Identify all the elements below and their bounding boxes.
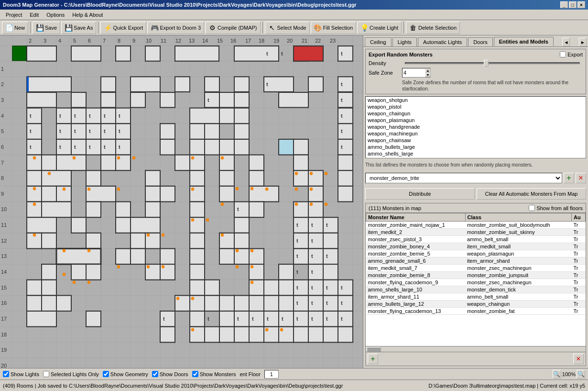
- save-as-button[interactable]: 💾 Save As: [61, 22, 96, 34]
- menu-edit[interactable]: Edit: [26, 11, 43, 19]
- zoom-out-button[interactable]: 🔍: [553, 370, 561, 379]
- table-row[interactable]: ammo_shells_large_10 monster_demon_tick …: [366, 286, 586, 293]
- monsters-table-wrapper[interactable]: Monster Name Class Au monster_zombie_mai…: [366, 213, 586, 346]
- fill-selection-button[interactable]: 🎨 Fill Selection: [311, 22, 356, 34]
- select-mode-button[interactable]: ↖ Select Mode: [265, 22, 310, 34]
- table-row[interactable]: monster_flying_cacodemon_9 monster_zsec_…: [366, 279, 586, 286]
- col-class[interactable]: Class: [465, 213, 571, 222]
- select-mode-icon: ↖: [268, 24, 276, 32]
- table-row[interactable]: monster_zombie_maint_nojaw_1 monster_zom…: [366, 222, 586, 229]
- new-button[interactable]: 📄 New: [2, 22, 28, 34]
- maximize-button[interactable]: □: [569, 1, 577, 8]
- floor-input[interactable]: [264, 370, 279, 379]
- table-row[interactable]: monster_zombie_bernie_5 weapon_plasmagun…: [366, 250, 586, 257]
- export-doom-button[interactable]: 🎮 Export to Doom 3: [147, 22, 204, 34]
- table-row[interactable]: item_armor_shard_11 ammo_belt_small Tr: [366, 293, 586, 301]
- table-row[interactable]: ammo_bullets_large_12 weapon_chaingun Tr: [366, 301, 586, 308]
- list-item[interactable]: weapon_shotgun: [366, 97, 586, 103]
- map-area[interactable]: 23 45 67 89 1011 1213 1415 1617 1819 202…: [0, 35, 363, 368]
- close-button[interactable]: ×: [577, 1, 585, 8]
- add-monster-to-map-button[interactable]: +: [368, 354, 378, 364]
- list-item[interactable]: weapon_machinegun: [366, 130, 586, 137]
- svg-text:t: t: [59, 112, 61, 118]
- tab-ceiling[interactable]: Ceiling: [365, 37, 392, 46]
- export-checkbox-input[interactable]: [560, 51, 566, 57]
- tab-automatic-lights[interactable]: Automatic Lights: [418, 37, 467, 46]
- col-monster-name[interactable]: Monster Name: [366, 213, 466, 222]
- list-item[interactable]: ammo_shells_large: [366, 150, 586, 157]
- svg-text:10: 10: [146, 37, 152, 43]
- remove-monster-from-map-button[interactable]: ×: [573, 354, 584, 364]
- list-item[interactable]: weapon_handgrenade: [366, 123, 586, 130]
- svg-text:t: t: [341, 112, 343, 118]
- delete-selection-button[interactable]: 🗑 Delete Selection: [406, 22, 460, 34]
- tab-lights[interactable]: Lights: [392, 37, 417, 46]
- spinbox-down[interactable]: ▼: [425, 73, 431, 77]
- clear-all-button[interactable]: Clear All Automatic Monsters From Map: [477, 188, 586, 200]
- svg-rect-121: [101, 92, 116, 108]
- list-item[interactable]: ammo_bullets_large: [366, 144, 586, 150]
- svg-text:t: t: [296, 269, 298, 275]
- show-doors-checkbox[interactable]: [152, 371, 158, 377]
- table-row[interactable]: monster_flying_cacodemon_13 monster_zomb…: [366, 308, 586, 315]
- safe-zone-input[interactable]: [403, 70, 425, 76]
- title-bar-controls[interactable]: _ □ ×: [560, 1, 585, 8]
- svg-text:t: t: [311, 316, 313, 322]
- tab-entities-models[interactable]: Entities and Models: [494, 37, 554, 46]
- scroll-thumb[interactable]: [367, 347, 381, 352]
- distribute-button[interactable]: Distribute: [365, 188, 475, 200]
- show-all-floors-checkbox[interactable]: [529, 205, 535, 211]
- monster-dropdown[interactable]: monster_demon_trite monster_zombie_maint…: [365, 173, 562, 183]
- save-button[interactable]: 💾 Save: [33, 22, 60, 34]
- spinbox-up[interactable]: ▲: [425, 68, 431, 73]
- menu-project[interactable]: Project: [2, 11, 26, 19]
- list-item[interactable]: weapon_chaingun: [366, 110, 586, 117]
- export-checkbox[interactable]: Export: [560, 51, 583, 57]
- show-monsters-checkbox[interactable]: [192, 371, 198, 377]
- show-monsters-label[interactable]: Show Monsters: [192, 371, 236, 377]
- svg-rect-168: [175, 155, 190, 171]
- quick-export-button[interactable]: ⚡ Quick Export: [100, 22, 146, 34]
- table-row[interactable]: monster_zombie_boney_4 item_medkit_small…: [366, 243, 586, 250]
- selected-lights-only-checkbox[interactable]: [43, 371, 49, 377]
- table-row[interactable]: item_medkit_small_7 monster_zsec_machine…: [366, 265, 586, 272]
- density-slider-track[interactable]: [405, 62, 580, 64]
- minimize-button[interactable]: _: [560, 1, 568, 8]
- remove-monster-button[interactable]: ×: [576, 173, 586, 183]
- svg-text:3: 3: [44, 37, 46, 43]
- selected-lights-only-label[interactable]: Selected Lights Only: [43, 371, 99, 377]
- show-all-floors-label[interactable]: Show from all floors: [529, 205, 583, 211]
- add-monster-button[interactable]: +: [564, 173, 574, 183]
- weapons-list[interactable]: weapon_shotgun weapon_pistol weapon_chai…: [365, 96, 586, 158]
- list-item[interactable]: weapon_chainsaw: [366, 137, 586, 144]
- svg-rect-132: [86, 108, 101, 124]
- tab-nav-left[interactable]: ◄: [562, 38, 570, 46]
- compile-button[interactable]: ⚙ Compile (DMAP): [205, 22, 261, 34]
- zoom-in-button[interactable]: 🔍: [577, 370, 585, 379]
- density-slider-thumb[interactable]: [484, 60, 489, 67]
- safe-zone-spinbox[interactable]: ▲ ▼: [402, 68, 431, 78]
- map-canvas[interactable]: 23 45 67 89 1011 1213 1415 1617 1819 202…: [0, 35, 363, 368]
- table-row[interactable]: monster_zombie_bernie_8 monster_zombie_j…: [366, 272, 586, 279]
- list-item[interactable]: weapon_pistol: [366, 103, 586, 110]
- show-lights-label[interactable]: Show Lights: [3, 371, 39, 377]
- table-hscroll[interactable]: [366, 346, 586, 352]
- list-item[interactable]: weapon_plasmagun: [366, 117, 586, 123]
- menu-options[interactable]: Options: [43, 11, 68, 19]
- table-row[interactable]: item_medkit_2 monster_zombie_suit_skinny…: [366, 229, 586, 236]
- spinbox-buttons[interactable]: ▲ ▼: [425, 68, 431, 77]
- show-doors-text: Show Doors: [160, 371, 188, 377]
- show-geometry-checkbox[interactable]: [103, 371, 109, 377]
- show-lights-checkbox[interactable]: [3, 371, 9, 377]
- list-item[interactable]: ammo_clip_large: [366, 157, 586, 158]
- menu-help[interactable]: Help & About: [68, 11, 107, 19]
- svg-text:t: t: [311, 284, 313, 290]
- tab-nav-right[interactable]: ►: [579, 38, 587, 46]
- table-row[interactable]: ammo_grenade_small_6 item_armor_shard Tr: [366, 257, 586, 265]
- show-doors-label[interactable]: Show Doors: [152, 371, 188, 377]
- tab-doors[interactable]: Doors: [468, 37, 492, 46]
- show-geometry-label[interactable]: Show Geometry: [103, 371, 148, 377]
- create-light-button[interactable]: 💡 Create Light: [357, 22, 402, 34]
- col-au[interactable]: Au: [572, 213, 586, 222]
- table-row[interactable]: monster_zsec_pistol_3 ammo_belt_small Tr: [366, 236, 586, 243]
